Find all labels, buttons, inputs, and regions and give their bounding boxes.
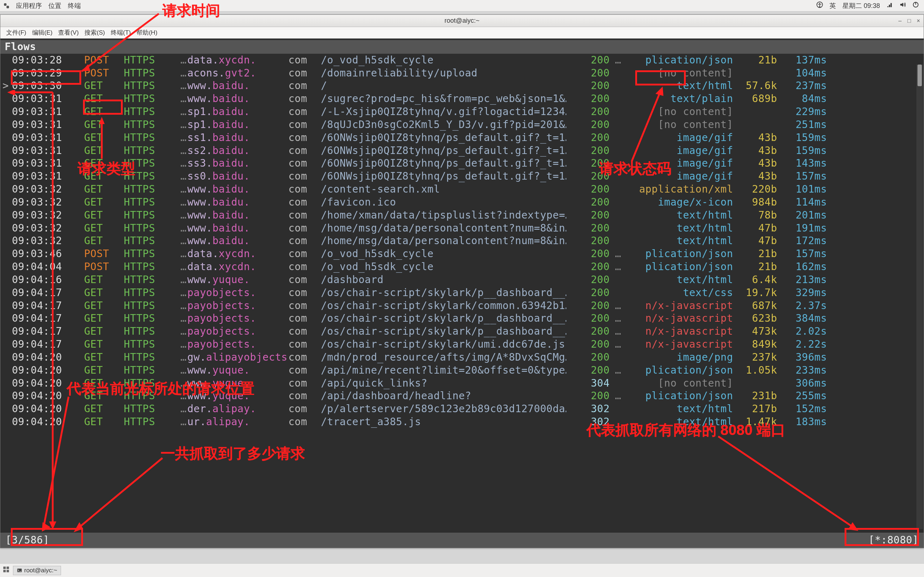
flow-row[interactable]: 09:03:31GETHTTPS…ss1.baidu.com/6ONWsjip0… bbox=[3, 131, 920, 144]
flow-row[interactable]: 09:04:17GETHTTPS…payobjects.com/os/chair… bbox=[3, 286, 920, 299]
volume-icon[interactable] bbox=[900, 2, 906, 10]
scrollbar-thumb[interactable] bbox=[918, 64, 922, 86]
flow-row[interactable]: 09:04:04POSTHTTPS…data.xycdn.com/o_vod_h… bbox=[3, 260, 920, 273]
row-duration: 183ms bbox=[780, 416, 827, 429]
row-caret bbox=[3, 273, 12, 286]
row-content-type: plication/json bbox=[623, 54, 733, 67]
row-path: /sugrec?prod=pc_his&from=pc_web&json=1&… bbox=[321, 92, 566, 105]
menu-term[interactable]: 终端(T) bbox=[109, 28, 133, 37]
row-ctype-ellipsis bbox=[610, 79, 623, 92]
status-position: [3/586] bbox=[5, 534, 50, 547]
maximize-button[interactable]: □ bbox=[908, 18, 911, 24]
row-ctype-ellipsis bbox=[610, 170, 623, 183]
row-host: ss1.baidu. bbox=[187, 131, 288, 144]
window-titlebar[interactable]: root@aiyc:~ – □ × bbox=[0, 15, 924, 27]
row-size bbox=[733, 67, 780, 80]
row-duration: 233ms bbox=[780, 364, 827, 377]
show-desktop-icon[interactable] bbox=[3, 566, 10, 574]
scrollbar[interactable] bbox=[916, 64, 923, 529]
flow-row[interactable]: 09:03:29POSTHTTPS…acons.gvt2.com/domainr… bbox=[3, 67, 920, 80]
flow-row[interactable]: 09:04:17GETHTTPS…payobjects.com/os/chair… bbox=[3, 338, 920, 351]
row-time: 09:04:20 bbox=[12, 403, 84, 416]
row-host-ellipsis: … bbox=[169, 234, 187, 247]
row-tld: com bbox=[288, 312, 321, 325]
network-icon[interactable] bbox=[887, 2, 893, 10]
flow-row[interactable]: 09:04:20GETHTTPS…ur.alipay.com/tracert_a… bbox=[3, 416, 920, 429]
menu-help[interactable]: 帮助(H) bbox=[134, 28, 160, 37]
flow-row[interactable]: 09:04:20GETHTTPS…der.alipay.com/p/alerts… bbox=[3, 403, 920, 416]
menu-terminal[interactable]: 终端 bbox=[68, 2, 81, 10]
row-status: 200 bbox=[566, 92, 610, 105]
power-icon[interactable] bbox=[913, 2, 919, 10]
row-caret bbox=[3, 54, 12, 67]
flow-row[interactable]: 09:03:31GETHTTPS…sp1.baidu.com/-L-Xsjip0… bbox=[3, 105, 920, 118]
flow-row[interactable]: 09:04:17GETHTTPS…payobjects.com/os/chair… bbox=[3, 325, 920, 338]
row-caret bbox=[3, 247, 12, 260]
clock[interactable]: 星期二 09:38 bbox=[842, 2, 880, 10]
flow-row[interactable]: 09:04:16GETHTTPS…www.yuque.com/dashboard… bbox=[3, 273, 920, 286]
menu-places[interactable]: 位置 bbox=[48, 2, 61, 10]
row-ctype-ellipsis bbox=[610, 351, 623, 364]
row-caret bbox=[3, 338, 12, 351]
row-host: ss3.baidu. bbox=[187, 157, 288, 170]
accessibility-icon[interactable] bbox=[816, 2, 823, 10]
flow-row[interactable]: 09:04:20GETHTTPS…www.yuque.com/api/dashb… bbox=[3, 390, 920, 403]
row-caret bbox=[3, 234, 12, 247]
activities-icon[interactable] bbox=[3, 3, 10, 9]
row-size: 21b bbox=[733, 260, 780, 273]
menu-applications[interactable]: 应用程序 bbox=[16, 2, 42, 10]
row-host: www.baidu. bbox=[187, 222, 288, 235]
flow-row[interactable]: 09:03:31GETHTTPS…ss2.baidu.com/6ONWsjip0… bbox=[3, 144, 920, 157]
flow-row[interactable]: 09:03:31GETHTTPS…sp1.baidu.com/8qUJcD3n0… bbox=[3, 118, 920, 131]
flow-row[interactable]: 09:03:32GETHTTPS…www.baidu.com/home/msg/… bbox=[3, 234, 920, 247]
row-duration: 114ms bbox=[780, 196, 827, 209]
row-scheme: HTTPS bbox=[124, 67, 169, 80]
row-scheme: HTTPS bbox=[124, 196, 169, 209]
flow-row[interactable]: 09:04:20GETHTTPS…www.yuque.com/api/quick… bbox=[3, 377, 920, 390]
taskbar-item-terminal[interactable]: root@aiyc:~ bbox=[13, 566, 61, 575]
row-status: 200 bbox=[566, 209, 610, 222]
row-scheme: HTTPS bbox=[124, 131, 169, 144]
row-duration: 213ms bbox=[780, 273, 827, 286]
flow-row[interactable]: 09:03:32GETHTTPS…www.baidu.com/content-s… bbox=[3, 183, 920, 196]
menu-view[interactable]: 查看(V) bbox=[56, 28, 81, 37]
flow-row[interactable]: 09:03:32GETHTTPS…www.baidu.com/favicon.i… bbox=[3, 196, 920, 209]
flow-row[interactable]: 09:03:31GETHTTPS…ss3.baidu.com/6ONWsjip0… bbox=[3, 157, 920, 170]
flow-row[interactable]: 09:04:17GETHTTPS…payobjects.com/os/chair… bbox=[3, 299, 920, 312]
row-host-ellipsis: … bbox=[169, 118, 187, 131]
flow-row[interactable]: 09:03:32GETHTTPS…www.baidu.com/home/xman… bbox=[3, 209, 920, 222]
row-host: data.xycdn. bbox=[187, 54, 288, 67]
menu-search[interactable]: 搜索(S) bbox=[82, 28, 107, 37]
row-size: 47b bbox=[733, 234, 780, 247]
minimize-button[interactable]: – bbox=[898, 18, 901, 24]
row-path: /dashboard bbox=[321, 273, 566, 286]
row-host-ellipsis: … bbox=[169, 312, 187, 325]
menu-edit[interactable]: 编辑(E) bbox=[30, 28, 55, 37]
flow-row[interactable]: 09:04:17GETHTTPS…payobjects.com/os/chair… bbox=[3, 312, 920, 325]
close-button[interactable]: × bbox=[917, 18, 920, 24]
flow-row[interactable]: 09:04:20GETHTTPS…www.yuque.com/api/mine/… bbox=[3, 364, 920, 377]
row-status: 200 bbox=[566, 170, 610, 183]
row-caret bbox=[3, 105, 12, 118]
terminal-body[interactable]: Flows 09:03:28POSTHTTPS…data.xycdn.com/o… bbox=[0, 39, 924, 548]
row-tld: com bbox=[288, 209, 321, 222]
row-scheme: HTTPS bbox=[124, 351, 169, 364]
row-method: GET bbox=[84, 131, 124, 144]
flow-row[interactable]: 09:04:20GETHTTPS…gw.alipayobjects.com/md… bbox=[3, 351, 920, 364]
flow-row[interactable]: 09:03:28POSTHTTPS…data.xycdn.com/o_vod_h… bbox=[3, 54, 920, 67]
row-time: 09:03:29 bbox=[12, 67, 84, 80]
row-host-ellipsis: … bbox=[169, 67, 187, 80]
flow-row[interactable]: 09:03:31GETHTTPS…www.baidu.com/sugrec?pr… bbox=[3, 92, 920, 105]
flow-row[interactable]: 09:03:46POSTHTTPS…data.xycdn.com/o_vod_h… bbox=[3, 247, 920, 260]
flow-row[interactable]: 09:03:31GETHTTPS…ss0.baidu.com/6ONWsjip0… bbox=[3, 170, 920, 183]
row-scheme: HTTPS bbox=[124, 54, 169, 67]
flow-row[interactable]: 09:03:32GETHTTPS…www.baidu.com/home/msg/… bbox=[3, 222, 920, 235]
row-duration: 255ms bbox=[780, 390, 827, 403]
flow-row[interactable]: >09:03:30GETHTTPS…www.baidu.com/200text/… bbox=[3, 79, 920, 92]
row-tld: com bbox=[288, 67, 321, 80]
menu-file[interactable]: 文件(F) bbox=[4, 28, 29, 37]
ime-indicator[interactable]: 英 bbox=[829, 2, 836, 10]
row-ctype-ellipsis: … bbox=[610, 299, 623, 312]
row-path: /domainreliability/upload bbox=[321, 67, 566, 80]
row-status: 200 bbox=[566, 286, 610, 299]
